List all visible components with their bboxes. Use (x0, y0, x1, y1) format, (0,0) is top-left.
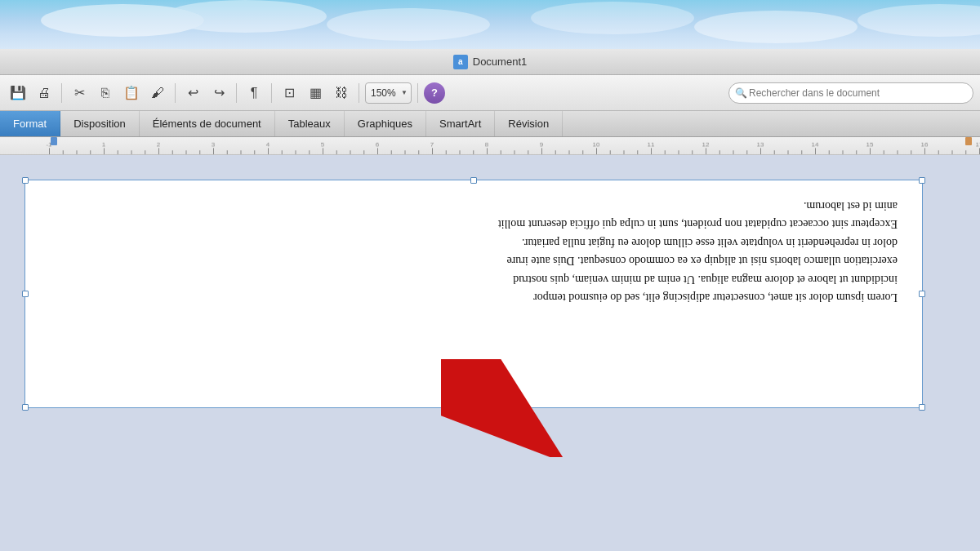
toolbar-separator-1 (61, 83, 62, 103)
ruler-canvas (0, 137, 980, 154)
handle-bottom-mid[interactable] (470, 404, 477, 411)
toolbar-separator-6 (417, 83, 418, 103)
search-wrapper: 🔍 (728, 82, 973, 104)
text-line-3: exercitation ullamco laboris nisi ut ali… (50, 251, 898, 269)
toolbar-separator-3 (236, 83, 237, 103)
text-content: Lorem ipsum dolor sit amet, consectetur … (50, 197, 898, 306)
help-button[interactable]: ? (424, 82, 445, 104)
text-box-container: Lorem ipsum dolor sit amet, consectetur … (24, 180, 956, 408)
sky-background (0, 0, 980, 49)
text-line-6: anim id est laborum. (50, 197, 898, 215)
text-line-2: incididunt ut labore et dolore magna ali… (50, 270, 898, 288)
text-line-1: Lorem ipsum dolor sit amet, consectetur … (50, 288, 898, 306)
columns-button[interactable]: ▦ (304, 82, 327, 104)
cut-button[interactable]: ✂ (68, 82, 91, 104)
search-input[interactable] (728, 82, 973, 104)
handle-bottom-left[interactable] (22, 404, 29, 411)
ruler-handle-right[interactable] (965, 137, 972, 145)
handle-top-right[interactable] (919, 177, 925, 184)
toolbar-separator-2 (175, 83, 176, 103)
menu-item-disposition[interactable]: Disposition (60, 111, 140, 136)
text-box-button[interactable]: ⊡ (278, 82, 301, 104)
title-bar: a Document1 (0, 49, 980, 75)
menu-item-elements[interactable]: Éléments de document (140, 111, 275, 136)
undo-button[interactable]: ↩ (181, 82, 204, 104)
menu-item-tableaux[interactable]: Tableaux (275, 111, 345, 136)
menu-item-revision[interactable]: Révision (495, 111, 563, 136)
handle-bottom-right[interactable] (919, 404, 925, 411)
paste-button[interactable]: 📋 (120, 82, 143, 104)
paragraph-marks-button[interactable]: ¶ (243, 82, 265, 104)
menu-item-format[interactable]: Format (0, 111, 60, 136)
redo-button[interactable]: ↪ (207, 82, 230, 104)
menu-item-smartart[interactable]: SmartArt (426, 111, 495, 136)
format-painter-button[interactable]: 🖌 (146, 82, 169, 104)
ruler (0, 137, 980, 155)
handle-top-mid[interactable] (470, 177, 477, 184)
handle-left-mid[interactable] (22, 291, 29, 297)
zoom-wrapper: 50% 75% 100% 125% 150% 200% ▼ (365, 82, 412, 104)
menu-bar: Format Disposition Éléments de document … (0, 111, 980, 137)
document-title: Document1 (473, 56, 527, 68)
text-box[interactable]: Lorem ipsum dolor sit amet, consectetur … (24, 180, 923, 408)
text-line-5: Excepteur sint occaecat cupidatat non pr… (50, 215, 898, 233)
print-button[interactable]: 🖨 (33, 82, 56, 104)
ruler-inner (0, 137, 980, 154)
handle-top-left[interactable] (22, 177, 29, 184)
handle-right-mid[interactable] (919, 291, 925, 297)
document-icon: a (453, 55, 468, 69)
toolbar: 💾 🖨 ✂ ⎘ 📋 🖌 ↩ ↪ ¶ ⊡ ▦ ⛓ 50% 75% 100% 125… (0, 75, 980, 111)
copy-button[interactable]: ⎘ (94, 82, 117, 104)
toolbar-separator-4 (271, 83, 272, 103)
zoom-select[interactable]: 50% 75% 100% 125% 150% 200% (365, 82, 412, 104)
document-area: Lorem ipsum dolor sit amet, consectetur … (0, 155, 980, 551)
toolbar-separator-5 (359, 83, 359, 103)
text-line-4: dolor in reprehenderit in voluptate veli… (50, 233, 898, 251)
save-button[interactable]: 💾 (7, 82, 29, 104)
link-button[interactable]: ⛓ (330, 82, 353, 104)
menu-item-graphiques[interactable]: Graphiques (345, 111, 426, 136)
